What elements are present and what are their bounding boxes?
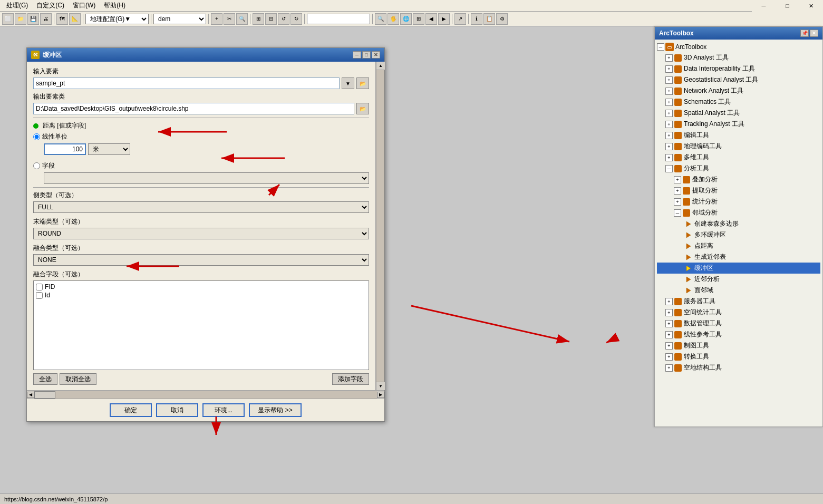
input-browse-btn[interactable]: 📂: [356, 77, 369, 89]
tree-root[interactable]: ─ 🗃 ArcToolbox: [657, 42, 820, 52]
toolbar-btn-5[interactable]: 🗺: [56, 13, 68, 25]
dialog-maximize-btn[interactable]: □: [362, 51, 371, 59]
menu-item-customize[interactable]: 自定义(C): [32, 0, 69, 11]
linear-unit-radio[interactable]: [33, 133, 40, 140]
tree-spatial[interactable]: + Spatial Analyst 工具: [657, 108, 820, 119]
close-button[interactable]: ✕: [799, 0, 823, 12]
toolbar-btn-7[interactable]: +: [211, 13, 222, 25]
toolbar-btn-16[interactable]: 🌐: [400, 13, 412, 25]
spatial-expander[interactable]: +: [665, 110, 673, 117]
tree-spatial-struct[interactable]: + 空地结构工具: [657, 362, 820, 373]
hscroll-right-btn[interactable]: ▶: [377, 392, 384, 398]
tree-tracking[interactable]: + Tracking Analyst 工具: [657, 119, 820, 130]
conversion-expander[interactable]: +: [665, 353, 673, 361]
overlay-expander[interactable]: +: [674, 176, 681, 183]
geostat-expander[interactable]: +: [665, 76, 673, 84]
tree-buffer[interactable]: 缓冲区: [657, 263, 820, 274]
tree-point-distance[interactable]: 点距离: [657, 240, 820, 251]
tree-cartography[interactable]: + 制图工具: [657, 340, 820, 351]
field-combo[interactable]: [44, 172, 369, 184]
spatial-struct-expander[interactable]: +: [665, 364, 673, 372]
toolbar-btn-11[interactable]: ⊟: [265, 13, 277, 25]
tree-extract[interactable]: + 提取分析: [657, 185, 820, 196]
toolbar-btn-8[interactable]: ✂: [224, 13, 235, 25]
toolbar-btn-4[interactable]: 🖨: [40, 13, 52, 25]
tree-data-mgmt[interactable]: + 数据管理工具: [657, 318, 820, 329]
toolbar-btn-12[interactable]: ↺: [278, 13, 289, 25]
dialog-titlebar[interactable]: 🛠 缓冲区 ─ □ ✕: [27, 48, 384, 62]
tree-stats[interactable]: + 统计分析: [657, 196, 820, 207]
tree-analysis[interactable]: ─ 分析工具: [657, 163, 820, 174]
field-radio[interactable]: [33, 162, 40, 169]
ok-btn[interactable]: 确定: [110, 403, 152, 417]
server-expander[interactable]: +: [665, 298, 673, 305]
menu-item-help[interactable]: 帮助(H): [100, 0, 130, 11]
output-browse-btn[interactable]: 📂: [356, 103, 369, 114]
3d-expander[interactable]: +: [665, 54, 673, 62]
toolbar-btn-19[interactable]: ▶: [438, 13, 450, 25]
maximize-button[interactable]: □: [776, 0, 799, 12]
stats-expander[interactable]: +: [674, 198, 681, 206]
minimize-button[interactable]: ─: [752, 0, 776, 12]
tree-polygon-neighbors[interactable]: 面邻域: [657, 285, 820, 296]
toolbar-btn-10[interactable]: ⊞: [253, 13, 264, 25]
tree-near-table[interactable]: 生成近邻表: [657, 251, 820, 263]
tree-network[interactable]: + Network Analyst 工具: [657, 85, 820, 96]
spatial-stats-expander[interactable]: +: [665, 309, 673, 316]
extract-expander[interactable]: +: [674, 187, 681, 195]
vscroll-up-btn[interactable]: ▲: [376, 62, 385, 70]
vscroll-down-btn[interactable]: ▼: [376, 382, 385, 390]
select-all-btn[interactable]: 全选: [33, 373, 57, 385]
cancel-btn[interactable]: 取消: [156, 403, 198, 417]
menu-item-process[interactable]: 处理(G): [2, 0, 32, 11]
toolbar-btn-1[interactable]: ⬜: [2, 13, 14, 25]
tree-multidim[interactable]: + 多维工具: [657, 152, 820, 163]
dialog-minimize-btn[interactable]: ─: [353, 51, 361, 59]
tree-overlay[interactable]: + 叠加分析: [657, 174, 820, 185]
neighborhood-expander[interactable]: ─: [674, 209, 681, 217]
help-btn[interactable]: 显示帮助 >>: [249, 403, 302, 417]
dissolve-type-combo[interactable]: NONE: [33, 254, 369, 266]
tree-spatial-stats[interactable]: + 空间统计工具: [657, 307, 820, 318]
edit-expander[interactable]: +: [665, 132, 673, 139]
tree-3d-analyst[interactable]: + 3D Analyst 工具: [657, 52, 820, 63]
output-field[interactable]: [33, 103, 354, 114]
tracking-expander[interactable]: +: [665, 121, 673, 128]
tree-geocode[interactable]: + 地理编码工具: [657, 141, 820, 152]
tree-neighborhood[interactable]: ─ 邻域分析: [657, 207, 820, 218]
checkbox-fid[interactable]: [36, 284, 43, 290]
toolbar-btn-21[interactable]: ℹ: [471, 13, 482, 25]
env-btn[interactable]: 环境...: [202, 403, 245, 417]
linear-ref-expander[interactable]: +: [665, 331, 673, 338]
multidim-expander[interactable]: +: [665, 154, 673, 161]
tree-server[interactable]: + 服务器工具: [657, 296, 820, 307]
tree-schematics[interactable]: + Schematics 工具: [657, 96, 820, 108]
toolbar-btn-9[interactable]: 🔍: [236, 13, 248, 25]
tree-multi-buffer[interactable]: 多环缓冲区: [657, 229, 820, 240]
end-type-combo[interactable]: ROUND: [33, 228, 369, 239]
data-mgmt-expander[interactable]: +: [665, 320, 673, 327]
tree-edit[interactable]: + 编辑工具: [657, 130, 820, 141]
toolbar-btn-20[interactable]: ↗: [454, 13, 466, 25]
geo-config-combo[interactable]: 地理配置(G)▼: [85, 14, 149, 24]
toolbar-btn-18[interactable]: ◀: [425, 13, 437, 25]
hscroll-left-btn[interactable]: ◀: [27, 392, 34, 398]
network-expander[interactable]: +: [665, 88, 673, 95]
layer-combo[interactable]: dem: [153, 14, 206, 24]
schematics-expander[interactable]: +: [665, 99, 673, 106]
input-dropdown-btn[interactable]: ▼: [342, 77, 354, 89]
toolbar-btn-14[interactable]: 🔍: [375, 13, 386, 25]
deselect-all-btn[interactable]: 取消全选: [60, 373, 96, 385]
geocode-expander[interactable]: +: [665, 143, 673, 150]
menu-item-window[interactable]: 窗口(W): [69, 0, 100, 11]
tree-conversion[interactable]: + 转换工具: [657, 351, 820, 362]
unit-combo[interactable]: 米: [88, 143, 130, 155]
tree-linear-ref[interactable]: + 线性参考工具: [657, 329, 820, 340]
arctoolbox-pin-btn[interactable]: 📌: [800, 30, 809, 37]
toolbar-btn-23[interactable]: ⚙: [496, 13, 508, 25]
toolbar-btn-15[interactable]: 🖐: [388, 13, 399, 25]
checkbox-id[interactable]: [36, 292, 43, 299]
toolbar-btn-2[interactable]: 📁: [15, 13, 26, 25]
distance-input[interactable]: [44, 143, 86, 155]
add-field-btn[interactable]: 添加字段: [332, 373, 369, 385]
